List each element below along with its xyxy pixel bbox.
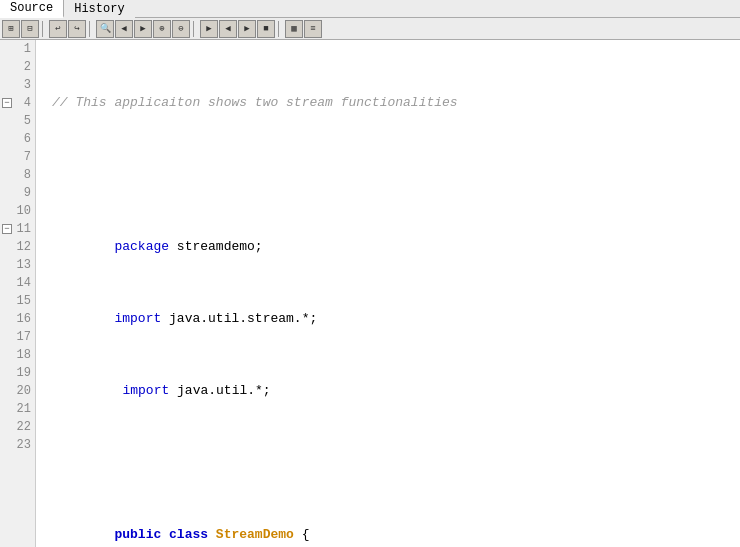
ln-7: 7 [0, 148, 35, 166]
line-numbers: 1 2 3 − 4 5 6 7 8 9 10 − 11 12 13 14 15 … [0, 40, 36, 547]
toolbar-btn-3[interactable]: ↩ [49, 20, 67, 38]
tab-history[interactable]: History [64, 0, 134, 18]
toolbar-btn-1[interactable]: ⊞ [2, 20, 20, 38]
code-line-3: package streamdemo; [40, 238, 740, 256]
ln-11: − 11 [0, 220, 35, 238]
toolbar-btn-9[interactable]: ⊖ [172, 20, 190, 38]
tab-history-label: History [74, 2, 124, 16]
toolbar-btn-2[interactable]: ⊟ [21, 20, 39, 38]
code-editor: 1 2 3 − 4 5 6 7 8 9 10 − 11 12 13 14 15 … [0, 40, 740, 547]
code-line-5: import java.util.*; [40, 382, 740, 400]
ln-20: 20 [0, 382, 35, 400]
toolbar-sep-3 [193, 21, 197, 37]
ln-18: 18 [0, 346, 35, 364]
ln-5: 5 [0, 112, 35, 130]
ln-14: 14 [0, 274, 35, 292]
toolbar-btn-15[interactable]: ≡ [304, 20, 322, 38]
fold-icon-11[interactable]: − [2, 224, 12, 234]
toolbar-sep-4 [278, 21, 282, 37]
toolbar-btn-12[interactable]: ▶ [238, 20, 256, 38]
ln-19: 19 [0, 364, 35, 382]
ln-2: 2 [0, 58, 35, 76]
toolbar-btn-13[interactable]: ■ [257, 20, 275, 38]
toolbar-btn-7[interactable]: ▶ [134, 20, 152, 38]
ln-21: 21 [0, 400, 35, 418]
toolbar-sep-2 [89, 21, 93, 37]
ln-17: 17 [0, 328, 35, 346]
toolbar-btn-10[interactable]: ▶ [200, 20, 218, 38]
code-line-6 [40, 454, 740, 472]
ln-22: 22 [0, 418, 35, 436]
ln-9: 9 [0, 184, 35, 202]
ln-6: 6 [0, 130, 35, 148]
toolbar-btn-6[interactable]: ◀ [115, 20, 133, 38]
toolbar-btn-5[interactable]: 🔍 [96, 20, 114, 38]
ln-1: 1 [0, 40, 35, 58]
ln-10: 10 [0, 202, 35, 220]
fold-icon-4[interactable]: − [2, 98, 12, 108]
toolbar: ⊞ ⊟ ↩ ↪ 🔍 ◀ ▶ ⊕ ⊖ ▶ ◀ ▶ ■ ▦ ≡ [0, 18, 740, 40]
code-line-4: import java.util.stream.*; [40, 310, 740, 328]
code-content[interactable]: // This applicaiton shows two stream fun… [36, 40, 740, 547]
toolbar-btn-11[interactable]: ◀ [219, 20, 237, 38]
ln-13: 13 [0, 256, 35, 274]
toolbar-sep-1 [42, 21, 46, 37]
tab-source-label: Source [10, 1, 53, 15]
ln-16: 16 [0, 310, 35, 328]
ln-3: 3 [0, 76, 35, 94]
code-line-2 [40, 166, 740, 184]
code-line-1: // This applicaiton shows two stream fun… [40, 94, 740, 112]
tab-bar: Source History [0, 0, 740, 18]
ln-15: 15 [0, 292, 35, 310]
ln-12: 12 [0, 238, 35, 256]
toolbar-btn-4[interactable]: ↪ [68, 20, 86, 38]
ln-8: 8 [0, 166, 35, 184]
code-line-7: public class StreamDemo { [40, 526, 740, 544]
ln-23: 23 [0, 436, 35, 454]
toolbar-btn-14[interactable]: ▦ [285, 20, 303, 38]
ln-4: − 4 [0, 94, 35, 112]
toolbar-btn-8[interactable]: ⊕ [153, 20, 171, 38]
tab-source[interactable]: Source [0, 0, 64, 18]
